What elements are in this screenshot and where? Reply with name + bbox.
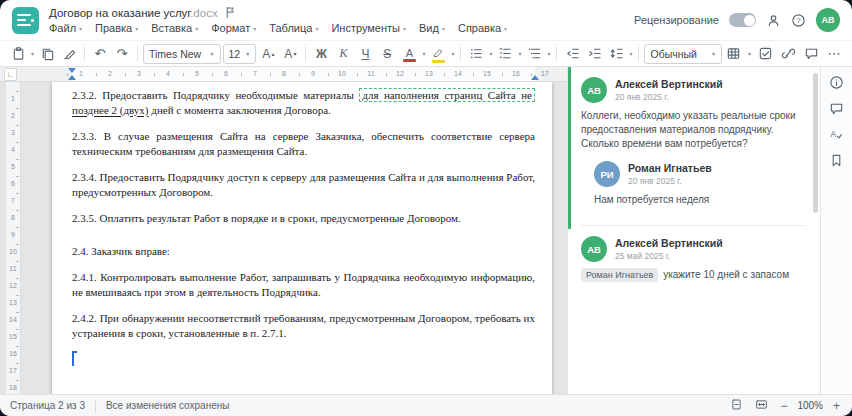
app-window: Договор на оказание услуг.docx Файл▾Прав… (0, 0, 852, 416)
chevron-down-icon[interactable]: ▾ (547, 50, 550, 57)
chevron-down-icon[interactable]: ▾ (31, 50, 34, 57)
document-column: ∟ 1234567891011121314151617 123456789101… (0, 67, 567, 394)
paragraph-style-select[interactable]: Обычный▾ (644, 44, 722, 64)
italic-button[interactable]: К (333, 43, 353, 65)
copy-button[interactable] (37, 43, 57, 65)
fit-width-icon[interactable] (753, 398, 770, 414)
underline-button[interactable]: Ч (355, 43, 375, 65)
review-toggle[interactable] (729, 13, 756, 27)
comments-icon[interactable] (829, 101, 844, 116)
decrease-indent-button[interactable] (562, 43, 582, 65)
format-painter-button[interactable] (59, 43, 79, 65)
multilevel-list-button[interactable] (524, 43, 544, 65)
ruler-number: 14 (454, 70, 462, 77)
flag-icon[interactable] (224, 6, 237, 19)
document-canvas[interactable]: 123456789101112131415161718 2.3.2. Предо… (0, 82, 567, 394)
document-extension: .docx (190, 7, 218, 19)
ruler-number: 11 (6, 265, 20, 272)
paragraph[interactable]: 2.4.2. При обнаружении несоответствий тр… (72, 311, 535, 340)
menu-item[interactable]: Файл▾ (49, 22, 82, 34)
right-indent-marker[interactable] (531, 75, 539, 80)
text-run: 2.4. Заказчик вправе: (72, 245, 170, 257)
paragraph[interactable]: 2.3.5. Оплатить результат Работ в порядк… (72, 211, 535, 226)
font-size-select[interactable]: 12▾ (223, 44, 257, 64)
ruler-number: 12 (396, 70, 404, 77)
paste-button[interactable] (8, 43, 28, 65)
comment[interactable]: АВАлексей Вертинский25 май 2025 г.Роман … (581, 236, 806, 282)
document-page[interactable]: 2.3.2. Предоставить Подрядчику необходим… (52, 82, 552, 394)
user-avatar[interactable]: АВ (816, 8, 840, 32)
chevron-down-icon: ▾ (79, 25, 82, 32)
menu-item[interactable]: Формат▾ (211, 22, 256, 34)
paragraph[interactable]: 2.3.4. Предоставить Подрядчику доступ к … (72, 170, 535, 199)
first-line-indent-marker[interactable] (68, 68, 76, 73)
paragraph[interactable]: 2.4. Заказчик вправе: (72, 244, 535, 259)
chevron-down-icon[interactable]: ▾ (629, 50, 632, 57)
font-color-button[interactable]: А (399, 43, 419, 65)
increase-indent-button[interactable] (584, 43, 604, 65)
menu-item[interactable]: Таблица▾ (269, 22, 318, 34)
zoom-out-button[interactable]: − (778, 399, 789, 413)
highlight-color-button[interactable] (428, 43, 448, 65)
tab-stop-selector[interactable]: ∟ (4, 68, 17, 81)
ruler-vertical[interactable]: 123456789101112131415161718 (6, 82, 21, 394)
page-indicator[interactable]: Страница 2 из 3 (10, 400, 85, 411)
chevron-down-icon[interactable]: ▾ (489, 50, 492, 57)
comment-thread[interactable]: АВАлексей Вертинский25 май 2025 г.Роман … (581, 225, 806, 298)
insert-table-button[interactable] (724, 43, 744, 65)
strikethrough-button[interactable]: S (377, 43, 397, 65)
paragraph[interactable]: 2.3.3. В случае размещения Сайта на серв… (72, 129, 535, 158)
chevron-down-icon: ▾ (315, 25, 318, 32)
tracked-insertion: позднее 2 (двух) (72, 104, 149, 116)
line-spacing-button[interactable] (606, 43, 626, 65)
chevron-down-icon[interactable]: ▾ (451, 50, 454, 57)
comment-thread[interactable]: АВАлексей Вертинский20 янв 2025 г.Коллег… (581, 75, 806, 223)
menu-item[interactable]: Справка▾ (458, 22, 507, 34)
mention-chip[interactable]: Роман Игнатьев (581, 268, 658, 282)
info-icon[interactable] (829, 75, 844, 90)
chevron-down-icon[interactable]: ▾ (422, 50, 425, 57)
menu-item[interactable]: Вставка▾ (151, 22, 198, 34)
fit-page-icon[interactable] (728, 398, 745, 414)
numbered-list-button[interactable] (495, 43, 515, 65)
ruler-number: 7 (253, 70, 257, 77)
bullet-list-button[interactable] (466, 43, 486, 65)
left-indent-marker[interactable] (68, 75, 76, 80)
bold-button[interactable]: Ж (311, 43, 331, 65)
check-box-button[interactable] (755, 43, 775, 65)
insert-link-button[interactable] (778, 43, 798, 65)
comments-scrollbar[interactable] (813, 73, 818, 213)
menu-item[interactable]: Правка▾ (95, 22, 138, 34)
zoom-level[interactable]: 100% (797, 400, 823, 411)
font-name-select[interactable]: Times New▾ (143, 44, 221, 64)
comment-text: Коллеги, необходимо указать реальные сро… (581, 109, 806, 151)
paragraph[interactable]: 2.4.1. Контролировать выполнение Работ, … (72, 270, 535, 299)
bookmark-icon[interactable] (829, 153, 844, 168)
comment-avatar: АВ (581, 236, 607, 262)
comment[interactable]: АВАлексей Вертинский20 янв 2025 г.Коллег… (581, 77, 806, 151)
zoom-in-button[interactable]: + (831, 399, 842, 413)
help-icon[interactable]: ? (791, 13, 806, 28)
increase-font-button[interactable]: А▴ (258, 43, 278, 65)
chevron-down-icon[interactable]: ▾ (748, 50, 751, 57)
redo-button[interactable]: ↷ (112, 43, 132, 65)
decrease-font-button[interactable]: А▾ (280, 43, 300, 65)
comment-reply[interactable]: РИРоман Игнатьев20 янв 2025 г.Нам потреб… (594, 161, 806, 207)
chevron-down-icon: ▾ (246, 50, 249, 57)
chevron-down-icon[interactable]: ▾ (518, 50, 521, 57)
arrow-up-icon: ▴ (271, 50, 274, 57)
collaboration-users-icon[interactable] (766, 13, 781, 28)
ruler-horizontal[interactable]: ∟ 1234567891011121314151617 (0, 67, 567, 82)
spellcheck-icon[interactable]: А (829, 127, 844, 142)
chevron-down-icon: ▾ (253, 25, 256, 32)
more-button[interactable]: ⋯ (824, 43, 844, 65)
document-title: Договор на оказание услуг.docx (49, 7, 218, 19)
menu-item[interactable]: Вид▾ (419, 22, 445, 34)
add-comment-button[interactable] (801, 43, 821, 65)
undo-button[interactable]: ↶ (90, 43, 110, 65)
app-logo-icon[interactable] (12, 7, 39, 34)
ruler-number: 8 (6, 214, 20, 221)
paragraph[interactable]: 2.3.2. Предоставить Подрядчику необходим… (72, 88, 535, 117)
ruler-number: 5 (195, 70, 199, 77)
menu-item[interactable]: Инструменты▾ (331, 22, 406, 34)
